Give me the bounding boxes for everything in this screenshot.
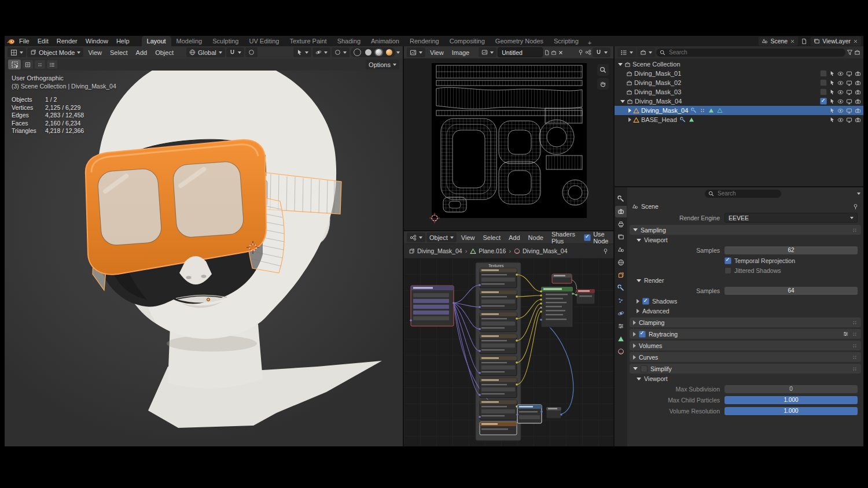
menu-file[interactable]: File	[15, 36, 34, 46]
use-nodes-toggle[interactable]: Use Node	[584, 231, 610, 245]
shadows-checkbox[interactable]	[642, 298, 649, 305]
show-gizmo-dropdown[interactable]	[312, 47, 330, 57]
transform-orientation-select[interactable]: Global	[186, 47, 225, 57]
properties-tab-constraints[interactable]	[615, 320, 627, 332]
disable-viewport-icon[interactable]	[846, 108, 852, 114]
filter-icon[interactable]	[847, 49, 853, 56]
snap-toggle[interactable]	[226, 47, 244, 57]
simplify-checkbox[interactable]	[641, 365, 648, 372]
section-raytracing[interactable]: Raytracing	[630, 329, 861, 339]
properties-tab-tool[interactable]	[615, 193, 627, 205]
properties-tab-world[interactable]	[615, 257, 627, 268]
editor-type-button[interactable]	[407, 232, 425, 242]
shader-menu-add[interactable]: Add	[505, 234, 524, 241]
properties-tab-particles[interactable]	[615, 295, 627, 306]
properties-tab-object-data[interactable]	[615, 333, 627, 345]
tab-layout[interactable]: Layout	[142, 36, 171, 46]
pin-icon[interactable]	[852, 204, 859, 210]
properties-tab-object[interactable]	[615, 269, 627, 281]
use-nodes-checkbox[interactable]	[584, 234, 591, 241]
menu-render[interactable]: Render	[53, 36, 82, 46]
properties-tab-scene[interactable]	[615, 244, 627, 256]
shading-material-button[interactable]	[374, 49, 383, 56]
hide-eye-icon[interactable]	[837, 108, 844, 114]
pin-icon[interactable]	[578, 49, 584, 56]
menu-window[interactable]: Window	[82, 36, 112, 46]
properties-tab-modifiers[interactable]	[615, 282, 627, 294]
expand-icon[interactable]	[618, 63, 623, 66]
shader-menu-node[interactable]: Node	[525, 234, 547, 241]
outliner-display-mode[interactable]	[637, 47, 655, 57]
drag-dots-icon[interactable]	[852, 343, 858, 349]
shader-editor[interactable]: Object View Select Add Node Shaders Plus…	[404, 231, 613, 446]
shader-node-canvas[interactable]: Textures	[404, 258, 613, 446]
shading-wireframe-button[interactable]	[352, 48, 362, 57]
tab-texture-paint[interactable]: Texture Paint	[284, 36, 332, 46]
pin-icon[interactable]	[602, 248, 609, 254]
image-name-field[interactable]	[498, 47, 543, 57]
properties-search[interactable]	[705, 190, 781, 198]
expand-icon[interactable]	[620, 100, 625, 103]
mode-select[interactable]: Object Mode	[27, 47, 83, 57]
drag-dots-icon[interactable]	[852, 354, 858, 360]
disable-viewport-icon[interactable]	[846, 98, 852, 105]
uv-canvas[interactable]	[404, 58, 613, 230]
select-mode-extend[interactable]	[35, 60, 45, 69]
render-engine-select[interactable]: EEVEE	[724, 213, 858, 223]
selectable-icon[interactable]	[829, 80, 835, 86]
selectable-icon[interactable]	[829, 89, 835, 95]
breadcrumb-object[interactable]: Diving_Mask_04	[417, 247, 462, 254]
tab-geometry-nodes[interactable]: Geometry Nodes	[490, 36, 549, 46]
tab-scripting[interactable]: Scripting	[549, 36, 584, 46]
shader-type-select[interactable]: Object	[426, 232, 457, 242]
shading-rendered-button[interactable]	[385, 49, 393, 56]
tab-sculpting[interactable]: Sculpting	[207, 36, 244, 46]
disable-render-icon[interactable]	[855, 108, 861, 114]
menu-help[interactable]: Help	[112, 36, 134, 46]
viewport-menu-object[interactable]: Object	[152, 49, 177, 56]
viewport-editor[interactable]: Object Mode View Select Add Object Globa…	[5, 46, 403, 446]
disable-viewport-icon[interactable]	[846, 117, 852, 123]
drag-dots-icon[interactable]	[852, 227, 858, 233]
subsection-sampling-viewport[interactable]: Viewport	[627, 235, 863, 245]
temporal-reprojection-row[interactable]: Temporal Reprojection	[627, 256, 863, 265]
viewport-menu-select[interactable]: Select	[106, 49, 131, 56]
selectable-icon[interactable]	[829, 108, 835, 113]
open-image-icon[interactable]	[551, 50, 557, 56]
selectable-icon[interactable]	[829, 71, 835, 76]
breadcrumb-material[interactable]: Diving_Mask_04	[523, 247, 568, 254]
outliner-search[interactable]	[656, 49, 845, 57]
hide-eye-icon[interactable]	[837, 98, 844, 105]
exclude-checkbox[interactable]	[820, 79, 827, 86]
outliner-row-base-head[interactable]: BASE_Head	[615, 115, 863, 124]
image-browse-button[interactable]	[479, 47, 496, 57]
shader-menu-view[interactable]: View	[458, 234, 479, 241]
add-workspace-button[interactable]: +	[584, 39, 595, 46]
drag-dots-icon[interactable]	[852, 331, 858, 337]
drag-dots-icon[interactable]	[852, 320, 858, 326]
properties-search-input[interactable]	[716, 190, 778, 197]
properties-tab-material[interactable]	[615, 346, 627, 357]
tab-rendering[interactable]: Rendering	[404, 36, 444, 46]
exclude-checkbox[interactable]	[820, 88, 827, 95]
new-scene-icon[interactable]	[801, 38, 807, 45]
menu-edit[interactable]: Edit	[34, 36, 53, 46]
uv-sync-icon[interactable]	[585, 49, 591, 56]
volume-resolution-slider[interactable]: 1.000	[724, 407, 858, 415]
jittered-shadows-checkbox[interactable]	[724, 267, 731, 274]
jittered-shadows-row[interactable]: Jittered Shadows	[627, 265, 863, 275]
tab-compositing[interactable]: Compositing	[444, 36, 490, 46]
tab-shading[interactable]: Shading	[332, 36, 366, 46]
outliner-row-diving-mask-02[interactable]: Diving_Mask_02	[615, 78, 863, 87]
section-simplify[interactable]: Simplify	[630, 364, 861, 374]
outliner-search-input[interactable]	[668, 49, 842, 56]
image-name-input[interactable]	[501, 49, 540, 57]
uv-snap-dropdown[interactable]	[593, 47, 610, 57]
tab-animation[interactable]: Animation	[366, 36, 404, 46]
section-clamping[interactable]: Clamping	[630, 317, 861, 327]
viewport-menu-view[interactable]: View	[84, 49, 105, 56]
selectable-icon[interactable]	[829, 117, 835, 123]
outliner-row-diving-mask-03[interactable]: Diving_Mask_03	[615, 87, 863, 97]
exclude-checkbox[interactable]	[820, 98, 827, 105]
image-menu-view[interactable]: View	[426, 49, 447, 56]
